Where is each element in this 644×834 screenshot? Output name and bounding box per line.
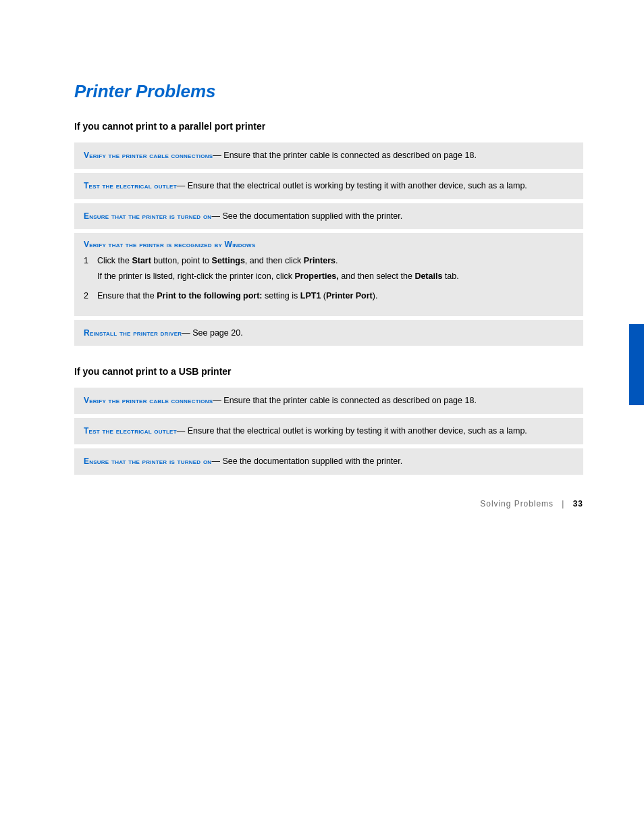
reinstall-box: Reinstall the printer driver— See page 2… [74,320,583,346]
usb-heading: If you cannot print to a USB printer [74,366,583,377]
reinstall-link: Reinstall the printer driver [84,328,182,338]
test-outlet-link-parallel: Test the electrical outlet [84,181,177,190]
footer-separator: | [562,499,564,509]
ensure-on-link-parallel: Ensure that the printer is turned on [84,211,211,221]
verify-cable-link-usb: Verify the printer cable connections [84,396,213,405]
test-outlet-box-usb: Test the electrical outlet— Ensure that … [74,418,583,444]
ensure-on-box-usb: Ensure that the printer is turned on— Se… [74,448,583,475]
section-tab [629,324,644,405]
verify-windows-steps: 1 Click the Start button, point to Setti… [84,255,574,305]
test-outlet-text-parallel: Ensure that the electrical outlet is wor… [188,181,527,190]
step-1: 1 Click the Start button, point to Setti… [84,255,574,286]
usb-section: If you cannot print to a USB printer Ver… [74,366,583,474]
step-2-content: Ensure that the Print to the following p… [97,290,574,305]
verify-cable-text-usb: Ensure that the printer cable is connect… [223,396,477,405]
step-2-number: 2 [84,290,97,305]
verify-cable-dash-parallel: — [213,151,223,160]
verify-cable-box-usb: Verify the printer cable connections— En… [74,388,583,414]
ensure-on-text-parallel: See the documentation supplied with the … [222,211,402,221]
parallel-port-section: If you cannot print to a parallel port p… [74,121,583,346]
page-container: Printer Problems If you cannot print to … [0,0,644,549]
test-outlet-box-parallel: Test the electrical outlet— Ensure that … [74,173,583,199]
step-2-main: Ensure that the Print to the following p… [97,290,574,303]
reinstall-dash: — [182,328,192,338]
test-outlet-text-usb: Ensure that the electrical outlet is wor… [188,426,527,436]
test-outlet-link-usb: Test the electrical outlet [84,426,177,436]
step-1-main: Click the Start button, point to Setting… [97,255,574,267]
ensure-on-dash-parallel: — [211,211,222,221]
verify-cable-link-parallel: Verify the printer cable connections [84,151,213,160]
footer-section: Solving Problems [480,499,554,509]
footer-page-number: 33 [573,499,583,509]
ensure-on-text-usb: See the documentation supplied with the … [222,457,402,466]
ensure-on-link-usb: Ensure that the printer is turned on [84,457,211,466]
ensure-on-dash-usb: — [211,457,222,466]
ensure-on-box-parallel: Ensure that the printer is turned on— Se… [74,203,583,230]
verify-cable-dash-usb: — [213,396,223,405]
page-title: Printer Problems [74,81,583,102]
test-outlet-dash-usb: — [177,426,188,436]
step-1-sub: If the printer is listed, right-click th… [97,270,574,283]
test-outlet-dash-parallel: — [177,181,188,190]
step-1-content: Click the Start button, point to Setting… [97,255,574,286]
verify-windows-box: Verify that the printer is recognized by… [74,233,583,315]
reinstall-text: See page 20. [192,328,242,338]
step-2: 2 Ensure that the Print to the following… [84,290,574,305]
parallel-port-heading: If you cannot print to a parallel port p… [74,121,583,132]
verify-windows-heading: Verify that the printer is recognized by… [84,240,574,249]
verify-cable-box-parallel: Verify the printer cable connections— En… [74,142,583,169]
step-1-number: 1 [84,255,97,286]
page-footer: Solving Problems | 33 [480,499,583,509]
verify-cable-text-parallel: Ensure that the printer cable is connect… [223,151,477,160]
